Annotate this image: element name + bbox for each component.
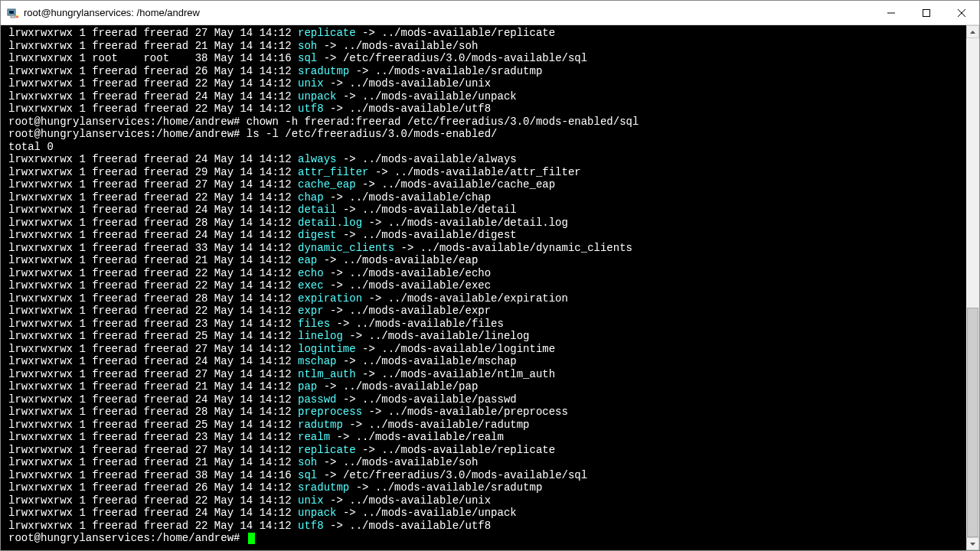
listing-line: lrwxrwxrwx 1 freerad freerad 23 May 14 1… <box>8 431 965 444</box>
listing-line: lrwxrwxrwx 1 freerad freerad 27 May 14 1… <box>8 444 965 457</box>
scroll-down-button[interactable] <box>966 537 979 550</box>
listing-line: lrwxrwxrwx 1 freerad freerad 21 May 14 1… <box>8 456 965 469</box>
listing-line: lrwxrwxrwx 1 freerad freerad 28 May 14 1… <box>8 406 965 419</box>
listing-line: lrwxrwxrwx 1 freerad freerad 26 May 14 1… <box>8 481 965 494</box>
total-line: total 0 <box>8 141 965 154</box>
svg-rect-6 <box>923 9 930 16</box>
titlebar[interactable]: root@hungrylanservices: /home/andrew <box>1 1 979 25</box>
listing-line: lrwxrwxrwx 1 freerad freerad 22 May 14 1… <box>8 279 965 292</box>
listing-line: lrwxrwxrwx 1 freerad freerad 22 May 14 1… <box>8 267 965 280</box>
terminal-container: lrwxrwxrwx 1 freerad freerad 27 May 14 1… <box>1 25 979 550</box>
listing-line: lrwxrwxrwx 1 freerad freerad 27 May 14 1… <box>8 368 965 381</box>
listing-line: lrwxrwxrwx 1 freerad freerad 24 May 14 1… <box>8 507 965 520</box>
prompt-ls: root@hungrylanservices:/home/andrew# ls … <box>8 128 965 141</box>
scroll-up-button[interactable] <box>966 25 979 38</box>
close-icon <box>958 9 965 17</box>
svg-marker-10 <box>970 543 975 546</box>
maximize-button[interactable] <box>909 1 944 24</box>
putty-window: root@hungrylanservices: /home/andrew lrw… <box>0 0 980 551</box>
listing-line: lrwxrwxrwx 1 freerad freerad 22 May 14 1… <box>8 191 965 204</box>
svg-marker-9 <box>970 31 975 34</box>
scrollbar-thumb[interactable] <box>967 308 978 537</box>
listing-line: lrwxrwxrwx 1 freerad freerad 24 May 14 1… <box>8 204 965 217</box>
svg-rect-4 <box>16 16 18 18</box>
listing-line: lrwxrwxrwx 1 freerad freerad 25 May 14 1… <box>8 419 965 432</box>
listing-line: lrwxrwxrwx 1 freerad freerad 27 May 14 1… <box>8 343 965 356</box>
prompt-chown: root@hungrylanservices:/home/andrew# cho… <box>8 116 965 129</box>
listing-line: lrwxrwxrwx 1 freerad freerad 27 May 14 1… <box>8 178 965 191</box>
listing-line: lrwxrwxrwx 1 freerad freerad 22 May 14 1… <box>8 520 965 533</box>
listing-line: lrwxrwxrwx 1 freerad freerad 38 May 14 1… <box>8 469 965 482</box>
cursor <box>248 533 255 544</box>
listing-line: lrwxrwxrwx 1 freerad freerad 24 May 14 1… <box>8 153 965 166</box>
listing-line: lrwxrwxrwx 1 freerad freerad 28 May 14 1… <box>8 292 965 305</box>
listing-line: lrwxrwxrwx 1 freerad freerad 22 May 14 1… <box>8 103 965 116</box>
listing-line: lrwxrwxrwx 1 freerad freerad 29 May 14 1… <box>8 166 965 179</box>
minimize-icon <box>887 9 895 17</box>
listing-line: lrwxrwxrwx 1 freerad freerad 22 May 14 1… <box>8 305 965 318</box>
listing-line: lrwxrwxrwx 1 freerad freerad 21 May 14 1… <box>8 380 965 393</box>
listing-line: lrwxrwxrwx 1 freerad freerad 22 May 14 1… <box>8 77 965 90</box>
window-title: root@hungrylanservices: /home/andrew <box>24 7 874 18</box>
listing-line: lrwxrwxrwx 1 freerad freerad 24 May 14 1… <box>8 393 965 406</box>
listing-line: lrwxrwxrwx 1 freerad freerad 33 May 14 1… <box>8 242 965 255</box>
listing-line: lrwxrwxrwx 1 freerad freerad 24 May 14 1… <box>8 229 965 242</box>
listing-line: lrwxrwxrwx 1 root root 38 May 14 14:16 s… <box>8 52 965 65</box>
window-controls <box>874 1 979 24</box>
listing-line: lrwxrwxrwx 1 freerad freerad 25 May 14 1… <box>8 330 965 343</box>
listing-line: lrwxrwxrwx 1 freerad freerad 21 May 14 1… <box>8 254 965 267</box>
listing-line: lrwxrwxrwx 1 freerad freerad 26 May 14 1… <box>8 65 965 78</box>
scrollbar-track[interactable] <box>966 38 979 537</box>
svg-rect-1 <box>9 11 14 14</box>
listing-line: lrwxrwxrwx 1 freerad freerad 27 May 14 1… <box>8 27 965 40</box>
minimize-button[interactable] <box>874 1 909 24</box>
listing-line: lrwxrwxrwx 1 freerad freerad 24 May 14 1… <box>8 90 965 103</box>
svg-rect-3 <box>16 15 18 17</box>
listing-line: lrwxrwxrwx 1 freerad freerad 22 May 14 1… <box>8 494 965 507</box>
listing-line: lrwxrwxrwx 1 freerad freerad 23 May 14 1… <box>8 318 965 331</box>
listing-line: lrwxrwxrwx 1 freerad freerad 24 May 14 1… <box>8 355 965 368</box>
putty-icon <box>7 7 19 19</box>
scrollbar[interactable] <box>966 25 979 550</box>
listing-line: lrwxrwxrwx 1 freerad freerad 28 May 14 1… <box>8 217 965 230</box>
chevron-up-icon <box>970 31 975 34</box>
prompt-current[interactable]: root@hungrylanservices:/home/andrew# <box>8 532 965 545</box>
maximize-icon <box>923 9 930 17</box>
close-button[interactable] <box>944 1 979 24</box>
svg-rect-2 <box>11 15 15 18</box>
listing-line: lrwxrwxrwx 1 freerad freerad 21 May 14 1… <box>8 40 965 53</box>
terminal[interactable]: lrwxrwxrwx 1 freerad freerad 27 May 14 1… <box>1 25 966 550</box>
chevron-down-icon <box>970 543 975 546</box>
